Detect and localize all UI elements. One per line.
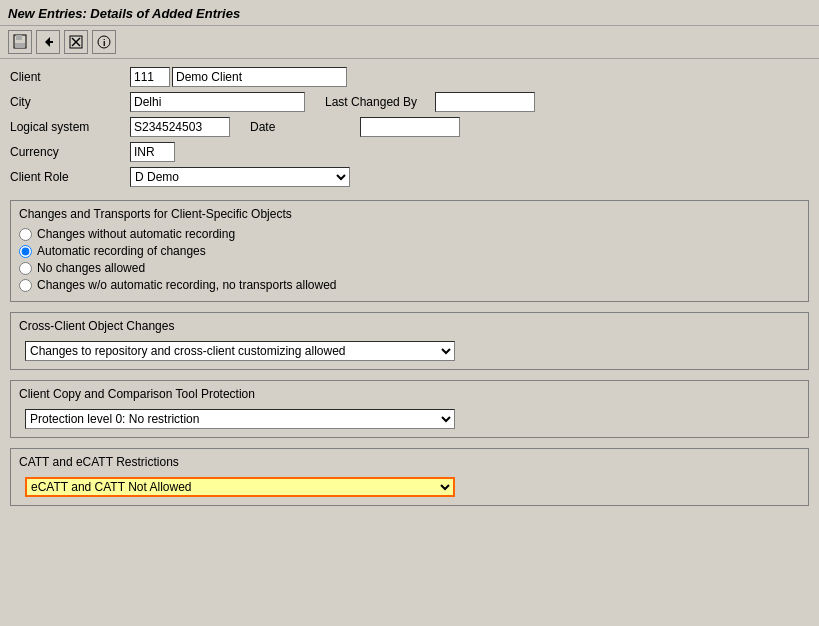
changes-transport-section: Changes and Transports for Client-Specif… xyxy=(10,200,809,302)
logical-system-row: Logical system Date xyxy=(10,117,809,137)
currency-label: Currency xyxy=(10,145,130,159)
client-role-label: Client Role xyxy=(10,170,130,184)
catt-inner: eCATT and CATT Not Allowed xyxy=(19,475,800,499)
svg-rect-1 xyxy=(16,35,22,40)
cross-client-inner: Changes to repository and cross-client c… xyxy=(19,339,800,363)
currency-row: Currency xyxy=(10,142,809,162)
radio-no-transport[interactable] xyxy=(19,279,32,292)
last-changed-group: Last Changed By xyxy=(325,92,535,112)
radio-row-3: No changes allowed xyxy=(19,261,800,275)
exit-button[interactable] xyxy=(64,30,88,54)
catt-title: CATT and eCATT Restrictions xyxy=(19,455,800,469)
client-name-input[interactable] xyxy=(172,67,347,87)
city-label: City xyxy=(10,95,130,109)
title-bar: New Entries: Details of Added Entries xyxy=(0,0,819,26)
cross-client-select[interactable]: Changes to repository and cross-client c… xyxy=(25,341,455,361)
svg-marker-3 xyxy=(45,37,50,47)
radio-no-transport-label: Changes w/o automatic recording, no tran… xyxy=(37,278,337,292)
client-copy-select[interactable]: Protection level 0: No restriction xyxy=(25,409,455,429)
logical-system-input[interactable] xyxy=(130,117,230,137)
radio-row-1: Changes without automatic recording xyxy=(19,227,800,241)
client-copy-inner: Protection level 0: No restriction xyxy=(19,407,800,431)
radio-no-auto[interactable] xyxy=(19,228,32,241)
city-row: City Last Changed By xyxy=(10,92,809,112)
client-row: Client xyxy=(10,67,809,87)
main-content: Client City Last Changed By Logical syst… xyxy=(0,59,819,524)
catt-section: CATT and eCATT Restrictions eCATT and CA… xyxy=(10,448,809,506)
catt-select[interactable]: eCATT and CATT Not Allowed xyxy=(25,477,455,497)
radio-row-2: Automatic recording of changes xyxy=(19,244,800,258)
svg-rect-2 xyxy=(15,43,25,48)
radio-row-4: Changes w/o automatic recording, no tran… xyxy=(19,278,800,292)
last-changed-label: Last Changed By xyxy=(325,95,435,109)
date-label: Date xyxy=(250,120,360,134)
radio-no-auto-label: Changes without automatic recording xyxy=(37,227,235,241)
client-copy-title: Client Copy and Comparison Tool Protecti… xyxy=(19,387,800,401)
info-button[interactable]: i xyxy=(92,30,116,54)
cross-client-title: Cross-Client Object Changes xyxy=(19,319,800,333)
client-number-input[interactable] xyxy=(130,67,170,87)
cross-client-section: Cross-Client Object Changes Changes to r… xyxy=(10,312,809,370)
svg-text:i: i xyxy=(103,38,106,48)
currency-input[interactable] xyxy=(130,142,175,162)
toolbar: i xyxy=(0,26,819,59)
changes-transport-title: Changes and Transports for Client-Specif… xyxy=(19,207,800,221)
last-changed-input[interactable] xyxy=(435,92,535,112)
client-role-row: Client Role D Demo xyxy=(10,167,809,187)
back-button[interactable] xyxy=(36,30,60,54)
client-role-select[interactable]: D Demo xyxy=(130,167,350,187)
radio-no-changes-label: No changes allowed xyxy=(37,261,145,275)
date-group: Date xyxy=(250,117,460,137)
client-label: Client xyxy=(10,70,130,84)
save-button[interactable] xyxy=(8,30,32,54)
svg-rect-4 xyxy=(50,41,53,43)
radio-no-changes[interactable] xyxy=(19,262,32,275)
client-copy-section: Client Copy and Comparison Tool Protecti… xyxy=(10,380,809,438)
radio-auto-label: Automatic recording of changes xyxy=(37,244,206,258)
date-input[interactable] xyxy=(360,117,460,137)
city-input[interactable] xyxy=(130,92,305,112)
radio-auto[interactable] xyxy=(19,245,32,258)
logical-system-label: Logical system xyxy=(10,120,130,134)
page-title: New Entries: Details of Added Entries xyxy=(8,6,240,21)
